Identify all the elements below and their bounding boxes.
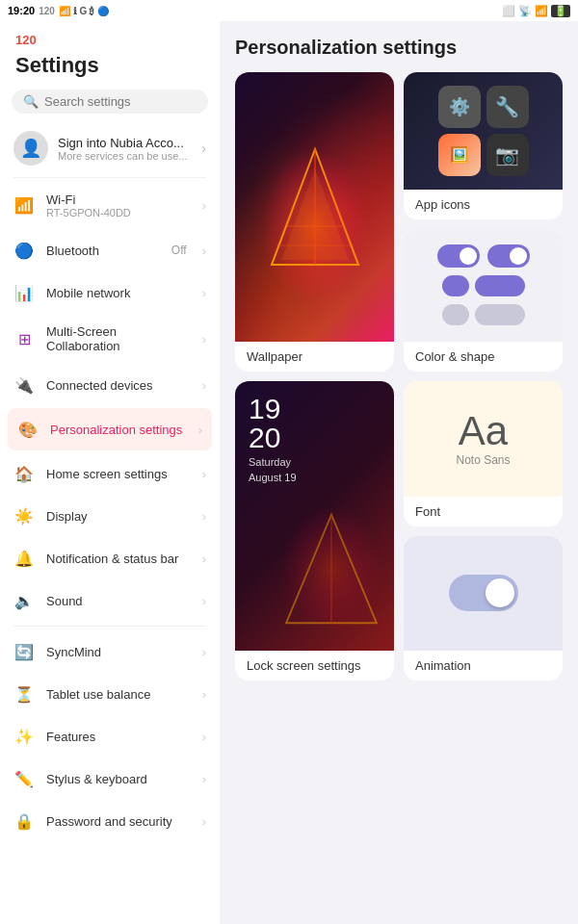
notification-chevron-icon: ›: [202, 552, 206, 566]
connected-devices-chevron-icon: ›: [202, 378, 206, 393]
sound-icon: 🔈: [13, 590, 35, 611]
animation-label: Animation: [404, 651, 563, 680]
stylus-keyboard-label: Stylus & keyboard: [46, 772, 191, 786]
bluetooth-icon: 🔵: [13, 240, 35, 261]
sidebar-item-stylus-keyboard[interactable]: ✏️ Stylus & keyboard ›: [0, 757, 220, 800]
status-icons: 📶 ℹ G ₿ 🔵: [59, 6, 109, 16]
pill-1: [442, 275, 469, 296]
toggle-on-2: [487, 244, 530, 268]
lock-date-num: August 19: [249, 472, 381, 483]
pill-row-2: [442, 304, 525, 325]
wallpaper-card[interactable]: Wallpaper: [235, 72, 394, 372]
lock-screen-bg: 19 20 Saturday August 19: [235, 381, 394, 651]
user-sub: More services can be use...: [58, 150, 192, 162]
status-right: ⬜ 📡 📶 🔋: [502, 5, 570, 17]
sidebar-item-wifi[interactable]: 📶 Wi-Fi RT-5GPON-40DD ›: [0, 182, 220, 229]
pill-2: [475, 275, 525, 296]
app-icon-gear: ⚙️: [438, 86, 481, 128]
sidebar-item-mobile-network[interactable]: 📊 Mobile network ›: [0, 271, 220, 314]
font-bg: Aa Noto Sans: [404, 381, 563, 497]
pill-3: [442, 304, 469, 325]
sidebar-item-notification-status-bar[interactable]: 🔔 Notification & status bar ›: [0, 537, 220, 579]
mobile-network-icon: 📊: [13, 282, 35, 303]
multi-screen-icon: ⊞: [13, 328, 35, 349]
color-shape-bg: [404, 229, 563, 343]
display-label: Display: [46, 509, 191, 524]
lock-bg-graphic: [269, 497, 394, 641]
font-label: Font: [404, 497, 563, 526]
toggle-row-1: [437, 244, 530, 268]
font-image: Aa Noto Sans: [404, 381, 563, 497]
lock-hour: 19: [249, 395, 280, 424]
sidebar-item-bluetooth[interactable]: 🔵 Bluetooth Off ›: [0, 229, 220, 271]
pill-row-1: [442, 275, 525, 296]
mobile-network-chevron-icon: ›: [202, 286, 206, 300]
wifi-chevron-icon: ›: [202, 198, 206, 213]
app-icons-card[interactable]: ⚙️ 🔧 🖼️ 📷 App icons: [404, 72, 563, 219]
sidebar-item-tablet-use-balance[interactable]: ⏳ Tablet use balance ›: [0, 673, 220, 715]
search-input[interactable]: [44, 94, 197, 109]
tablet-use-balance-chevron-icon: ›: [202, 687, 206, 702]
toggle-on-1: [437, 244, 480, 268]
lock-screen-image: 19 20 Saturday August 19: [235, 381, 394, 651]
sidebar-item-syncmind[interactable]: 🔄 SyncMind ›: [0, 630, 220, 673]
features-icon: ✨: [13, 726, 35, 747]
personalization-icon: 🎨: [17, 419, 39, 440]
sidebar-item-features[interactable]: ✨ Features ›: [0, 715, 220, 757]
connected-devices-label: Connected devices: [46, 378, 191, 393]
app-icons-label: App icons: [404, 190, 563, 219]
bluetooth-badge: Off: [171, 244, 187, 257]
search-icon: 🔍: [23, 94, 39, 109]
main-layout: 120 Settings 🔍 👤 Sign into Nubia Acco...…: [0, 21, 578, 924]
font-name: Noto Sans: [456, 453, 510, 467]
sidebar-item-display[interactable]: ☀️ Display ›: [0, 495, 220, 537]
search-box[interactable]: 🔍: [12, 90, 208, 114]
animation-toggle: [449, 575, 518, 611]
app-icon-settings2: 🔧: [486, 86, 529, 128]
content-area: Personalization settings: [220, 21, 578, 924]
lock-date: Saturday: [249, 456, 381, 468]
color-shape-image: [404, 229, 563, 343]
stylus-keyboard-chevron-icon: ›: [202, 772, 206, 786]
sidebar-item-connected-devices[interactable]: 🔌 Connected devices ›: [0, 364, 220, 406]
connected-devices-icon: 🔌: [13, 374, 35, 396]
content-title: Personalization settings: [235, 37, 563, 59]
divider-2: [13, 626, 206, 627]
divider-1: [13, 177, 206, 178]
wallpaper-glow: [235, 72, 394, 342]
sidebar-item-home-screen[interactable]: 🏠 Home screen settings ›: [0, 452, 220, 495]
app-icon-camera: 📷: [486, 134, 529, 176]
status-time: 19:20: [8, 5, 35, 16]
font-card[interactable]: Aa Noto Sans Font: [404, 381, 563, 526]
animation-image: [404, 536, 563, 652]
wallpaper-bg: [235, 72, 394, 342]
multi-screen-chevron-icon: ›: [202, 332, 206, 346]
features-chevron-icon: ›: [202, 730, 206, 744]
password-security-chevron-icon: ›: [202, 814, 206, 829]
user-info: Sign into Nubia Acco... More services ca…: [58, 136, 192, 162]
wallpaper-label: Wallpaper: [235, 342, 394, 372]
animation-card[interactable]: Animation: [404, 536, 563, 681]
lock-screen-card[interactable]: 19 20 Saturday August 19: [235, 381, 394, 680]
notification-icon: 🔔: [13, 548, 35, 569]
sound-chevron-icon: ›: [202, 594, 206, 608]
sidebar-title: Settings: [15, 53, 204, 78]
app-icon-photo: 🖼️: [438, 134, 481, 176]
sidebar-item-sound[interactable]: 🔈 Sound ›: [0, 579, 220, 622]
sidebar-item-multi-screen[interactable]: ⊞ Multi-Screen Collaboration ›: [0, 314, 220, 364]
color-shape-card[interactable]: Color & shape: [404, 229, 563, 372]
status-bar: 19:20 120 📶 ℹ G ₿ 🔵 ⬜ 📡 📶 🔋: [0, 0, 578, 21]
display-icon: ☀️: [13, 505, 35, 526]
status-left: 19:20 120 📶 ℹ G ₿ 🔵: [8, 5, 109, 16]
sidebar-item-password-security[interactable]: 🔒 Password and security ›: [0, 800, 220, 842]
user-account[interactable]: 👤 Sign into Nubia Acco... More services …: [0, 123, 220, 173]
battery-icon: 🔋: [551, 5, 570, 17]
syncmind-label: SyncMind: [46, 645, 191, 659]
stylus-keyboard-icon: ✏️: [13, 768, 35, 789]
sidebar-item-personalization[interactable]: 🎨 Personalization settings ›: [8, 408, 212, 450]
sidebar-header: 120 Settings: [0, 21, 220, 82]
app-icons-grid-display: ⚙️ 🔧 🖼️ 📷: [438, 86, 529, 176]
wifi-status-icon: 📶: [535, 5, 548, 17]
display-chevron-icon: ›: [202, 509, 206, 524]
tablet-use-balance-label: Tablet use balance: [46, 687, 191, 702]
